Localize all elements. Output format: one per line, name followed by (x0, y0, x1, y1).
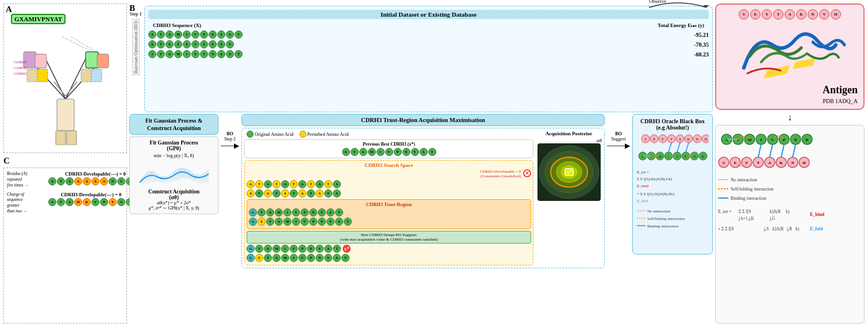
svg-text:N: N (696, 138, 698, 141)
svg-text:N: N (693, 155, 696, 158)
svg-text:+ Σ    Σ  I[S: + Σ Σ I[S (718, 226, 734, 231)
svg-text:j,S: j,S (763, 226, 769, 231)
svg-text:I: I (761, 138, 762, 142)
svg-text:N: N (791, 161, 794, 165)
svg-text:k]A(R: k]A(R (770, 209, 781, 214)
svg-text:No interaction: No interaction (731, 177, 757, 182)
svg-text:No interaction: No interaction (647, 209, 671, 214)
svg-line-67 (686, 143, 689, 152)
annotation-charge: Charge of (7, 192, 24, 197)
svg-text:E_tot =: E_tot = (718, 209, 732, 214)
suggest-label: Suggest (611, 136, 625, 142)
svg-text:E_fold: E_fold (637, 199, 648, 203)
bo-label: BO (226, 131, 233, 136)
svg-rect-6 (67, 131, 76, 145)
bayesian-opt-label: Bayesian Optimisation (BO) (132, 19, 140, 75)
panel-c-label: C (3, 156, 127, 166)
svg-text:K: K (701, 155, 704, 158)
svg-text:k): k) (796, 226, 800, 231)
svg-text:A: A (725, 138, 728, 142)
svg-text:V: V (675, 155, 678, 158)
svg-rect-5 (56, 131, 66, 145)
best-design-sub: (with max acquisition value & CDRH3 cons… (249, 237, 528, 242)
antigen-title: Antigen (823, 84, 858, 96)
svg-text:I: I (668, 155, 669, 158)
oracle-graph: S E Y T A K N H (637, 133, 709, 248)
svg-rect-13 (81, 69, 93, 82)
col-sequence: CDRH3 Sequence (X) (153, 22, 201, 28)
svg-text:Self/folding interaction: Self/folding interaction (647, 216, 685, 221)
svg-text:N: N (794, 138, 797, 142)
bo-step2-label: Step 2 (224, 136, 236, 142)
perturbed-amino-label: Perturbed Amino Acid (308, 132, 349, 137)
svg-text:S: S (723, 161, 725, 165)
acq-posterior-title: Acquisition Posterior (546, 131, 593, 136)
svg-rect-9 (86, 52, 98, 68)
svg-text:S: S (644, 138, 646, 141)
prev-best-label: Previous Best CDRH3 (x*) (247, 142, 531, 147)
svg-text:E_bind: E_bind (810, 212, 824, 217)
best-design-label: Best CDRH3 Design BO Suggests (249, 233, 528, 237)
svg-rect-11 (27, 69, 39, 82)
oracle-title: CDRH3 Oracle Black Box (e.g Absolut!) (636, 118, 709, 131)
svg-text:H: H (704, 138, 707, 141)
construct-acq-title: Construct Acquisition (133, 189, 215, 195)
svg-text:j,R: j,R (786, 226, 792, 231)
svg-text:E_tot =: E_tot = (637, 170, 649, 174)
svg-text:E_fold: E_fold (810, 226, 823, 231)
svg-text:Y: Y (661, 138, 664, 141)
initial-dataset-title: Initial Dataset or Existing Database (148, 10, 709, 19)
svg-text:T: T (757, 161, 760, 165)
original-amino-label: Original Amino Acid (255, 132, 294, 137)
svg-text:H: H (802, 161, 806, 165)
svg-text:k]A(R: k]A(R (773, 226, 783, 231)
svg-text:E_bind: E_bind (637, 184, 649, 188)
gp-formula1: min − log p(y | X, θ) (133, 153, 215, 158)
acq-formula3: μ*, σ²* ∼ GPθ(x* | X, y, θ) (133, 206, 215, 211)
svg-line-20 (63, 37, 92, 52)
interaction-network: A T M I V P N K S E (718, 128, 859, 260)
svg-rect-12 (37, 69, 48, 82)
energy-row3: -60.23 (680, 51, 709, 58)
trust-region-inner-label: CDRH3 Trust-Region (249, 201, 529, 207)
acq-formula2: αθ(x*) = μ* + 2σ* (133, 200, 215, 206)
svg-text:A: A (641, 155, 644, 158)
trust-region-title: CDRH3 Trust-Region Acquisition Maximisat… (241, 114, 605, 126)
svg-text:Σ    Σ  I[S: Σ Σ I[S (739, 209, 751, 214)
svg-line-66 (677, 143, 680, 152)
svg-line-65 (669, 143, 671, 152)
alpha-label: αθ (536, 138, 602, 143)
svg-text:A: A (768, 161, 771, 165)
svg-text:+ Σ Σ I[Sj,Sk]A(Rj,Rk): + Σ Σ I[Sj,Sk]A(Rj,Rk) (637, 192, 675, 196)
svg-text:x*: x* (567, 170, 571, 175)
svg-text:T: T (650, 155, 652, 158)
svg-text:Σ Σ I[Sj,Kk]A(Rj,Gk): Σ Σ I[Sj,Kk]A(Rj,Gk) (637, 177, 673, 181)
svg-marker-83 (764, 65, 790, 78)
energy-row1: -95.21 (680, 32, 709, 38)
oracle-box: CDRH3 Oracle Black Box (e.g Absolut!) S … (632, 114, 713, 254)
sequence-label: GXAMIVPNYAT (11, 14, 66, 24)
svg-text:T: T (670, 138, 673, 141)
svg-rect-8 (35, 54, 47, 68)
svg-line-117 (758, 145, 761, 157)
annotation-residue: Residue (A) (7, 171, 27, 176)
svg-line-21 (71, 37, 100, 54)
svg-rect-14 (91, 69, 102, 82)
developable-zero: CDRH3-Developable = 0 (Constraints Unsat… (475, 169, 521, 179)
svg-text:A: A (678, 138, 681, 141)
svg-text:E: E (653, 138, 655, 141)
gp-theta: (GPθ) (133, 146, 215, 151)
svg-text:K: K (687, 138, 690, 141)
svg-text:CDRH3: CDRH3 (14, 60, 27, 64)
svg-line-119 (781, 145, 784, 157)
svg-rect-4 (57, 99, 74, 131)
fit-gp-section-title: Fit Gaussian Process (133, 140, 215, 146)
col-energy: Total Energy Eₜₒₜ (y) (658, 22, 704, 28)
fit-gp-title-box: Fit Gaussian Process & Construct Acquisi… (129, 114, 218, 135)
energy-row2: -70.35 (680, 41, 709, 48)
svg-text:Binding interaction: Binding interaction (647, 224, 679, 229)
antigen-box: S E Y T A K N V H (715, 3, 865, 110)
svg-text:j  k=1    j,K: j k=1 j,K (738, 216, 755, 221)
protein-structure (732, 22, 847, 85)
panel-b-label: B (129, 3, 135, 13)
